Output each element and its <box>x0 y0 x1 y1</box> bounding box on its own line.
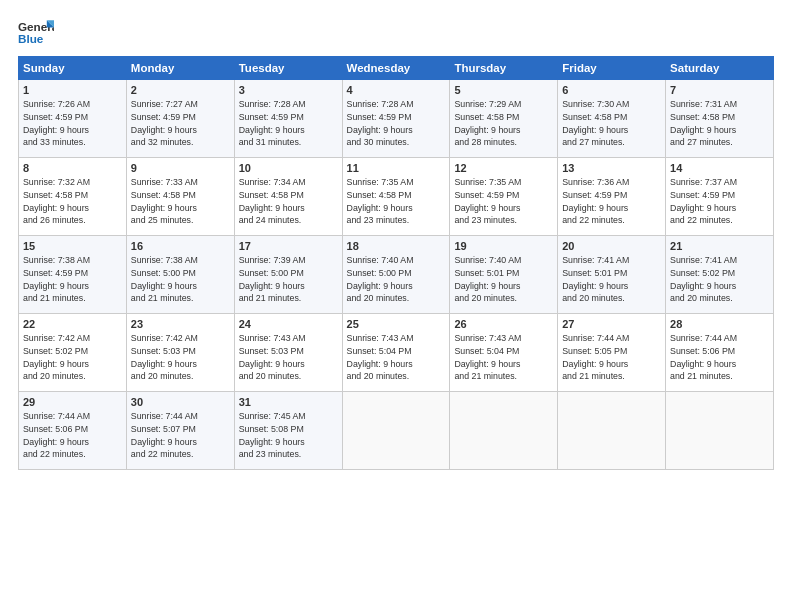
day-number: 8 <box>23 162 122 174</box>
calendar-cell: 29Sunrise: 7:44 AM Sunset: 5:06 PM Dayli… <box>19 392 127 470</box>
day-number: 13 <box>562 162 661 174</box>
day-number: 2 <box>131 84 230 96</box>
day-info: Sunrise: 7:38 AM Sunset: 5:00 PM Dayligh… <box>131 254 230 305</box>
day-number: 27 <box>562 318 661 330</box>
calendar-cell: 6Sunrise: 7:30 AM Sunset: 4:58 PM Daylig… <box>558 80 666 158</box>
day-number: 9 <box>131 162 230 174</box>
day-info: Sunrise: 7:40 AM Sunset: 5:00 PM Dayligh… <box>347 254 446 305</box>
day-info: Sunrise: 7:28 AM Sunset: 4:59 PM Dayligh… <box>239 98 338 149</box>
day-info: Sunrise: 7:34 AM Sunset: 4:58 PM Dayligh… <box>239 176 338 227</box>
day-info: Sunrise: 7:41 AM Sunset: 5:02 PM Dayligh… <box>670 254 769 305</box>
calendar-cell: 16Sunrise: 7:38 AM Sunset: 5:00 PM Dayli… <box>126 236 234 314</box>
day-info: Sunrise: 7:43 AM Sunset: 5:04 PM Dayligh… <box>454 332 553 383</box>
calendar-cell: 4Sunrise: 7:28 AM Sunset: 4:59 PM Daylig… <box>342 80 450 158</box>
day-number: 21 <box>670 240 769 252</box>
calendar-cell: 26Sunrise: 7:43 AM Sunset: 5:04 PM Dayli… <box>450 314 558 392</box>
calendar-cell: 23Sunrise: 7:42 AM Sunset: 5:03 PM Dayli… <box>126 314 234 392</box>
day-number: 3 <box>239 84 338 96</box>
day-info: Sunrise: 7:44 AM Sunset: 5:05 PM Dayligh… <box>562 332 661 383</box>
day-header-monday: Monday <box>126 57 234 80</box>
calendar-cell: 30Sunrise: 7:44 AM Sunset: 5:07 PM Dayli… <box>126 392 234 470</box>
calendar-cell: 18Sunrise: 7:40 AM Sunset: 5:00 PM Dayli… <box>342 236 450 314</box>
calendar-cell <box>450 392 558 470</box>
day-info: Sunrise: 7:29 AM Sunset: 4:58 PM Dayligh… <box>454 98 553 149</box>
day-info: Sunrise: 7:33 AM Sunset: 4:58 PM Dayligh… <box>131 176 230 227</box>
day-info: Sunrise: 7:31 AM Sunset: 4:58 PM Dayligh… <box>670 98 769 149</box>
day-number: 18 <box>347 240 446 252</box>
day-info: Sunrise: 7:26 AM Sunset: 4:59 PM Dayligh… <box>23 98 122 149</box>
day-number: 4 <box>347 84 446 96</box>
day-header-friday: Friday <box>558 57 666 80</box>
calendar-cell: 21Sunrise: 7:41 AM Sunset: 5:02 PM Dayli… <box>666 236 774 314</box>
calendar-cell: 3Sunrise: 7:28 AM Sunset: 4:59 PM Daylig… <box>234 80 342 158</box>
calendar-cell <box>666 392 774 470</box>
calendar-cell: 12Sunrise: 7:35 AM Sunset: 4:59 PM Dayli… <box>450 158 558 236</box>
day-info: Sunrise: 7:37 AM Sunset: 4:59 PM Dayligh… <box>670 176 769 227</box>
day-info: Sunrise: 7:42 AM Sunset: 5:02 PM Dayligh… <box>23 332 122 383</box>
day-number: 17 <box>239 240 338 252</box>
day-info: Sunrise: 7:43 AM Sunset: 5:04 PM Dayligh… <box>347 332 446 383</box>
calendar-cell: 25Sunrise: 7:43 AM Sunset: 5:04 PM Dayli… <box>342 314 450 392</box>
day-number: 23 <box>131 318 230 330</box>
day-info: Sunrise: 7:39 AM Sunset: 5:00 PM Dayligh… <box>239 254 338 305</box>
calendar-cell <box>342 392 450 470</box>
calendar-cell: 24Sunrise: 7:43 AM Sunset: 5:03 PM Dayli… <box>234 314 342 392</box>
calendar-week-2: 8Sunrise: 7:32 AM Sunset: 4:58 PM Daylig… <box>19 158 774 236</box>
day-info: Sunrise: 7:43 AM Sunset: 5:03 PM Dayligh… <box>239 332 338 383</box>
day-number: 16 <box>131 240 230 252</box>
day-number: 14 <box>670 162 769 174</box>
day-header-thursday: Thursday <box>450 57 558 80</box>
day-header-sunday: Sunday <box>19 57 127 80</box>
day-info: Sunrise: 7:44 AM Sunset: 5:06 PM Dayligh… <box>23 410 122 461</box>
calendar-cell: 17Sunrise: 7:39 AM Sunset: 5:00 PM Dayli… <box>234 236 342 314</box>
day-number: 11 <box>347 162 446 174</box>
day-info: Sunrise: 7:28 AM Sunset: 4:59 PM Dayligh… <box>347 98 446 149</box>
day-info: Sunrise: 7:42 AM Sunset: 5:03 PM Dayligh… <box>131 332 230 383</box>
logo: General Blue <box>18 18 54 46</box>
calendar-cell: 9Sunrise: 7:33 AM Sunset: 4:58 PM Daylig… <box>126 158 234 236</box>
calendar-cell: 7Sunrise: 7:31 AM Sunset: 4:58 PM Daylig… <box>666 80 774 158</box>
day-number: 28 <box>670 318 769 330</box>
day-number: 10 <box>239 162 338 174</box>
day-info: Sunrise: 7:30 AM Sunset: 4:58 PM Dayligh… <box>562 98 661 149</box>
logo-icon: General Blue <box>18 18 54 46</box>
calendar-cell <box>558 392 666 470</box>
day-number: 1 <box>23 84 122 96</box>
calendar-cell: 28Sunrise: 7:44 AM Sunset: 5:06 PM Dayli… <box>666 314 774 392</box>
calendar-cell: 14Sunrise: 7:37 AM Sunset: 4:59 PM Dayli… <box>666 158 774 236</box>
day-header-saturday: Saturday <box>666 57 774 80</box>
calendar-cell: 31Sunrise: 7:45 AM Sunset: 5:08 PM Dayli… <box>234 392 342 470</box>
day-number: 26 <box>454 318 553 330</box>
day-number: 24 <box>239 318 338 330</box>
page-container: General Blue SundayMondayTuesdayWednesda… <box>0 0 792 482</box>
day-info: Sunrise: 7:35 AM Sunset: 4:59 PM Dayligh… <box>454 176 553 227</box>
calendar-cell: 10Sunrise: 7:34 AM Sunset: 4:58 PM Dayli… <box>234 158 342 236</box>
day-info: Sunrise: 7:36 AM Sunset: 4:59 PM Dayligh… <box>562 176 661 227</box>
calendar-cell: 11Sunrise: 7:35 AM Sunset: 4:58 PM Dayli… <box>342 158 450 236</box>
calendar-cell: 13Sunrise: 7:36 AM Sunset: 4:59 PM Dayli… <box>558 158 666 236</box>
calendar-table: SundayMondayTuesdayWednesdayThursdayFrid… <box>18 56 774 470</box>
day-number: 31 <box>239 396 338 408</box>
day-number: 7 <box>670 84 769 96</box>
day-number: 29 <box>23 396 122 408</box>
day-number: 25 <box>347 318 446 330</box>
day-header-tuesday: Tuesday <box>234 57 342 80</box>
day-info: Sunrise: 7:41 AM Sunset: 5:01 PM Dayligh… <box>562 254 661 305</box>
calendar-cell: 8Sunrise: 7:32 AM Sunset: 4:58 PM Daylig… <box>19 158 127 236</box>
day-number: 30 <box>131 396 230 408</box>
calendar-cell: 27Sunrise: 7:44 AM Sunset: 5:05 PM Dayli… <box>558 314 666 392</box>
day-info: Sunrise: 7:44 AM Sunset: 5:06 PM Dayligh… <box>670 332 769 383</box>
calendar-cell: 22Sunrise: 7:42 AM Sunset: 5:02 PM Dayli… <box>19 314 127 392</box>
header-row-days: SundayMondayTuesdayWednesdayThursdayFrid… <box>19 57 774 80</box>
day-info: Sunrise: 7:35 AM Sunset: 4:58 PM Dayligh… <box>347 176 446 227</box>
day-info: Sunrise: 7:38 AM Sunset: 4:59 PM Dayligh… <box>23 254 122 305</box>
calendar-cell: 15Sunrise: 7:38 AM Sunset: 4:59 PM Dayli… <box>19 236 127 314</box>
day-info: Sunrise: 7:44 AM Sunset: 5:07 PM Dayligh… <box>131 410 230 461</box>
calendar-cell: 20Sunrise: 7:41 AM Sunset: 5:01 PM Dayli… <box>558 236 666 314</box>
calendar-cell: 2Sunrise: 7:27 AM Sunset: 4:59 PM Daylig… <box>126 80 234 158</box>
calendar-week-1: 1Sunrise: 7:26 AM Sunset: 4:59 PM Daylig… <box>19 80 774 158</box>
day-info: Sunrise: 7:27 AM Sunset: 4:59 PM Dayligh… <box>131 98 230 149</box>
calendar-cell: 1Sunrise: 7:26 AM Sunset: 4:59 PM Daylig… <box>19 80 127 158</box>
day-number: 22 <box>23 318 122 330</box>
day-info: Sunrise: 7:32 AM Sunset: 4:58 PM Dayligh… <box>23 176 122 227</box>
